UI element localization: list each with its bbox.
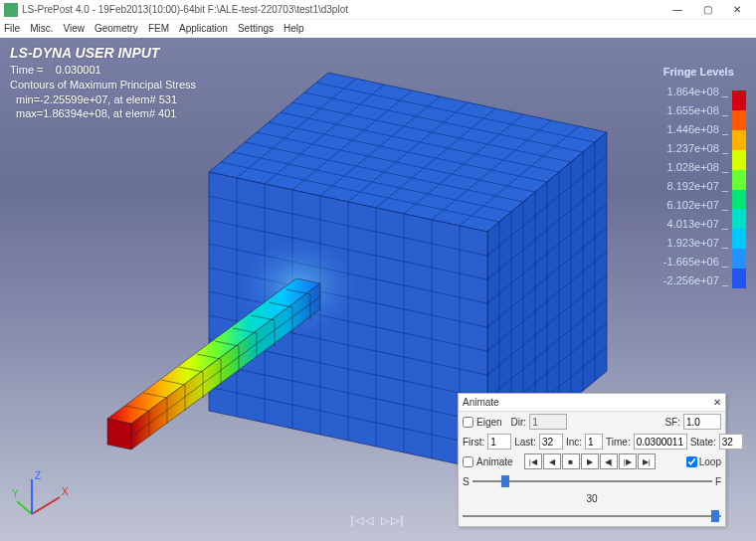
speed-s-label: S: [463, 476, 470, 487]
animate-checkbox[interactable]: [463, 456, 473, 467]
play-reverse-button[interactable]: ◀: [543, 453, 561, 469]
last-label: Last:: [514, 437, 536, 448]
axis-triad: X Y Z: [12, 469, 72, 529]
menu-application[interactable]: Application: [179, 23, 228, 34]
frame-slider[interactable]: [463, 508, 721, 524]
playback-indicator: |◁◁ ▷▷|: [351, 514, 406, 527]
menu-help[interactable]: Help: [284, 23, 304, 34]
close-button[interactable]: ✕: [722, 4, 752, 15]
fringe-level: 6.102e+07 _: [663, 195, 732, 214]
time-field[interactable]: [634, 434, 687, 450]
fringe-level: 1.923e+07 _: [663, 233, 732, 252]
menu-fem[interactable]: FEM: [148, 23, 169, 34]
eigen-label: Eigen: [476, 417, 502, 428]
state-field[interactable]: [719, 434, 743, 450]
fringe-level: -1.665e+06 _: [663, 252, 732, 270]
svg-text:X: X: [62, 486, 69, 497]
window-title: LS-PrePost 4.0 - 19Feb2013(10:00)-64bit …: [22, 4, 348, 15]
eigen-checkbox[interactable]: [463, 417, 473, 428]
animate-panel: Animate ✕ Eigen Dir: SF: First: Last: In…: [458, 393, 726, 527]
fringe-level: -2.256e+07 _: [663, 270, 732, 289]
maximize-button[interactable]: ▢: [692, 4, 722, 15]
first-frame-button[interactable]: |◀: [524, 453, 542, 469]
animate-close-icon[interactable]: ✕: [713, 397, 721, 408]
svg-line-82: [32, 497, 60, 514]
overlay-contour-type: Contours of Maximum Principal Stress: [10, 78, 196, 92]
inc-label: Inc:: [566, 437, 582, 448]
last-frame-button[interactable]: ▶|: [638, 453, 656, 469]
svg-marker-59: [107, 419, 131, 450]
animate-panel-title: Animate: [463, 397, 499, 408]
fringe-level: 1.028e+08 _: [663, 157, 732, 176]
state-label: State:: [690, 437, 716, 448]
menubar: File Misc. View Geometry FEM Application…: [0, 20, 756, 38]
app-window: LS-PrePost 4.0 - 19Feb2013(10:00)-64bit …: [0, 0, 756, 541]
sf-label: SF:: [664, 417, 680, 428]
stop-button[interactable]: ■: [562, 453, 580, 469]
speed-value: 30: [586, 493, 597, 504]
step-back-button[interactable]: ◀|: [600, 453, 618, 469]
speed-f-label: F: [715, 476, 721, 487]
fringe-level: 1.655e+08 _: [663, 100, 732, 119]
minimize-button[interactable]: —: [662, 4, 692, 15]
overlay-time: Time = 0.030001: [10, 63, 196, 78]
dir-label: Dir:: [511, 417, 527, 428]
overlay-max: max=1.86394e+08, at elem# 401: [16, 106, 196, 121]
svg-text:Y: Y: [12, 488, 19, 499]
menu-view[interactable]: View: [63, 23, 85, 34]
titlebar: LS-PrePost 4.0 - 19Feb2013(10:00)-64bit …: [0, 0, 756, 20]
fringe-colorbar: [732, 90, 746, 288]
inc-field[interactable]: [585, 434, 603, 450]
fringe-level: 1.446e+08 _: [663, 119, 732, 138]
fringe-legend: Fringe Levels 1.864e+08 _1.655e+08 _1.44…: [663, 66, 746, 289]
dir-field: [529, 414, 567, 430]
speed-slider[interactable]: [472, 473, 712, 489]
svg-text:Z: Z: [35, 470, 41, 481]
menu-misc[interactable]: Misc.: [30, 23, 53, 34]
first-field[interactable]: [487, 434, 511, 450]
loop-label: Loop: [699, 456, 721, 467]
step-forward-button[interactable]: |▶: [619, 453, 637, 469]
menu-file[interactable]: File: [4, 23, 20, 34]
fringe-level: 1.237e+08 _: [663, 138, 732, 157]
menu-geometry[interactable]: Geometry: [94, 23, 138, 34]
fringe-level: 1.864e+08 _: [663, 82, 732, 100]
loop-checkbox[interactable]: [686, 456, 697, 467]
overlay-title: LS-DYNA USER INPUT: [10, 44, 196, 63]
viewport-3d[interactable]: LS-DYNA USER INPUT Time = 0.030001 Conto…: [0, 38, 756, 541]
fringe-level: 4.013e+07 _: [663, 214, 732, 233]
play-forward-button[interactable]: ▶: [581, 453, 599, 469]
last-field[interactable]: [539, 434, 563, 450]
time-label: Time:: [606, 437, 631, 448]
svg-line-84: [17, 501, 32, 514]
menu-settings[interactable]: Settings: [238, 23, 274, 34]
sf-field[interactable]: [683, 414, 721, 430]
fringe-title: Fringe Levels: [663, 66, 746, 78]
fringe-level: 8.192e+07 _: [663, 176, 732, 195]
app-icon: [4, 3, 18, 17]
first-label: First:: [463, 437, 484, 448]
info-overlay: LS-DYNA USER INPUT Time = 0.030001 Conto…: [10, 44, 196, 121]
overlay-min: min=-2.25599e+07, at elem# 531: [16, 92, 196, 107]
animate-label: Animate: [476, 456, 513, 467]
